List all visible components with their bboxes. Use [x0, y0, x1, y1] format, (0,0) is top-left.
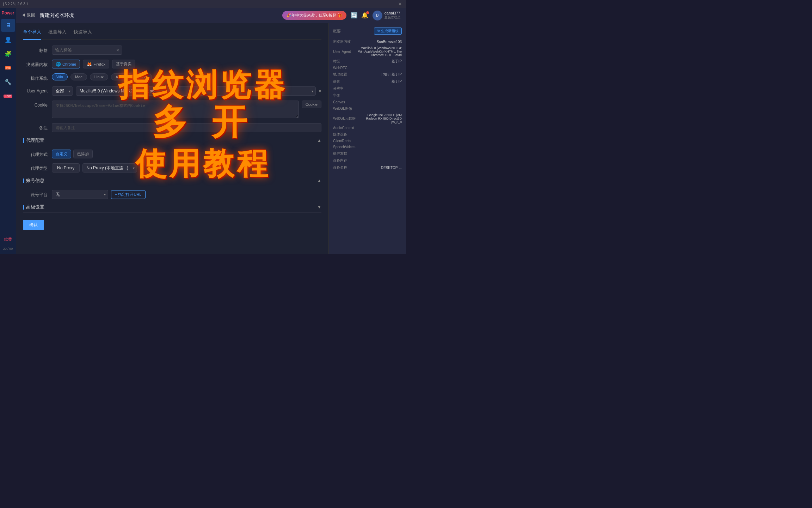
right-row-webrtc: WebRTC [333, 66, 402, 70]
cookie-label: Cookie [23, 101, 48, 108]
user-info: dahai377 超级管理员 [385, 11, 400, 20]
right-key-font: 字体 [333, 93, 356, 98]
tag-controls: × [52, 46, 321, 55]
right-val-language: 基于IP [356, 79, 402, 84]
sidebar-item-extension[interactable]: 🧩 [1, 47, 15, 60]
os-android[interactable]: Android [111, 73, 134, 80]
proxy-collapse-btn[interactable]: ▲ [317, 138, 321, 143]
sidebar-item-pro[interactable]: Pro [1, 61, 15, 74]
sync-icon[interactable]: 🔄 [351, 12, 358, 19]
tag-row: 标签 × [23, 46, 321, 55]
sidebar-logo: Power [1, 11, 14, 16]
ua-type-select-wrapper: 全部 [52, 86, 73, 96]
kernel-real[interactable]: 基于真实 [112, 60, 135, 68]
proxy-type-select[interactable]: No Proxy (本地直连...) [82, 163, 137, 173]
sidebar-item-tools[interactable]: 🔧 [1, 75, 15, 88]
tag-clear-icon[interactable]: × [116, 47, 119, 53]
right-val-location: [询问] 基于IP [356, 72, 402, 77]
kernel-options: 🌐 Chrome 🦊 Firefox 基于真实 [52, 60, 135, 68]
tab-single-import[interactable]: 单个导入 [23, 29, 41, 40]
proxy-saved-btn[interactable]: 已添加 [73, 150, 93, 158]
left-form-panel: 单个导入 批量导入 快速导入 标签 × 浏览器内核 [16, 23, 328, 254]
right-row-kernel: 浏览器内核 SunBrowser103 [333, 39, 402, 44]
cookie-row-inner: Cookie [52, 101, 321, 118]
right-key-media: 媒体设备 [333, 132, 356, 137]
os-options: Win Mac Linux Android iOS [52, 73, 152, 80]
os-controls: Win Mac Linux Android iOS [52, 73, 321, 80]
notes-controls [52, 123, 321, 132]
app-header: ◀ 返回 新建浏览器环境 🎉年中大促来袭，低至6折起 🎁 🔄 🔔 D dahai… [16, 8, 406, 23]
ua-clear-icon[interactable]: × [319, 88, 321, 94]
kernel-chrome[interactable]: 🌐 Chrome [52, 60, 80, 68]
right-key-location: 地理位置 [333, 72, 356, 77]
right-key-canvas: Canvas [333, 100, 356, 104]
sidebar-item-browser[interactable]: 🖥 [1, 19, 15, 32]
username: dahai377 [385, 11, 400, 15]
url-button[interactable]: + 指定打开URL [111, 190, 146, 199]
account-collapse-btn[interactable]: ▲ [317, 178, 321, 183]
advanced-section-title: 高级设置 [23, 204, 44, 210]
sidebar-item-account[interactable]: 👤 [1, 33, 15, 46]
right-key-kernel: 浏览器内核 [333, 39, 356, 44]
header-right: 🎉年中大促来袭，低至6折起 🎁 🔄 🔔 D dahai377 超级管理员 [282, 11, 400, 20]
right-panel-title: 概要 ↻ 生成新指纹 [333, 28, 402, 36]
notes-input[interactable] [52, 123, 321, 132]
right-key-hw: 硬件发数 [333, 151, 356, 156]
tab-quick-import[interactable]: 快速导入 [74, 29, 92, 37]
header-icons: 🔄 🔔 [351, 12, 368, 19]
tag-input[interactable] [55, 48, 115, 53]
os-linux[interactable]: Linux [90, 73, 108, 80]
right-val-kernel: SunBrowser103 [356, 40, 402, 44]
user-avatar-area[interactable]: D dahai377 超级管理员 [373, 11, 400, 20]
right-row-device: 设备名称 DESKTOP-... [333, 165, 402, 170]
account-section-title: 账号信息 [23, 177, 44, 184]
kernel-firefox-label: Firefox [93, 62, 105, 66]
ua-value-select[interactable]: Mozilla/5.0 (Windows NT 6.3; Win64; x6..… [76, 86, 316, 96]
submit-button[interactable]: 确认 [23, 220, 44, 230]
advanced-collapse-btn[interactable]: ▼ [317, 205, 321, 210]
right-row-canvas: Canvas [333, 100, 402, 104]
proxy-method-controls: 自定义 已添加 [52, 150, 321, 158]
right-key-webgl-meta: WebGL元数据 [333, 116, 356, 121]
app-version: | 5.2.28 | 2.6.3.1 [3, 2, 28, 6]
sidebar-item-renew[interactable]: 续费 [1, 233, 15, 246]
right-val-timezone: 基于IP [356, 59, 402, 64]
os-ios[interactable]: iOS [136, 73, 152, 80]
tag-input-wrapper: × [52, 46, 122, 55]
right-key-ua: User-Agent [333, 50, 356, 54]
platform-select[interactable]: 无 [52, 190, 108, 199]
proxy-method-row: 代理方式 自定义 已添加 [23, 150, 321, 158]
back-button[interactable]: ◀ 返回 [21, 12, 35, 18]
right-row-media: 媒体设备 [333, 132, 402, 137]
right-row-ua: User-Agent Mozilla/5.0 (Windows NT 6.3; … [333, 46, 402, 57]
ua-value-select-wrapper: Mozilla/5.0 (Windows NT 6.3; Win64; x6..… [76, 86, 316, 96]
ua-type-select[interactable]: 全部 [52, 86, 73, 96]
platform-row: 账号平台 无 + 指定打开URL [23, 190, 321, 199]
platform-controls: 无 + 指定打开URL [52, 190, 321, 199]
sidebar-item-new[interactable]: NEW! [1, 90, 15, 102]
kernel-firefox[interactable]: 🦊 Firefox [83, 60, 109, 68]
right-key-resolution: 分辨率 [333, 86, 356, 91]
notification-dot [366, 11, 369, 14]
proxy-section-title: 代理配置 [23, 137, 44, 144]
proxy-custom-btn[interactable]: 自定义 [52, 150, 71, 158]
promo-banner[interactable]: 🎉年中大促来袭，低至6折起 🎁 [282, 11, 346, 20]
ua-controls: 全部 Mozilla/5.0 (Windows NT 6.3; Win64; x… [52, 86, 321, 96]
sidebar-bottom: 续费 20 / 50 [1, 233, 15, 254]
proxy-type-select-wrapper: No Proxy (本地直连...) [82, 163, 137, 173]
tag-label: 标签 [23, 46, 48, 54]
os-mac[interactable]: Mac [70, 73, 87, 80]
right-key-audio: AudioContext [333, 126, 356, 130]
cookie-button[interactable]: Cookie [302, 101, 321, 108]
close-button[interactable]: ✕ [398, 1, 402, 6]
right-val-device: DESKTOP-... [356, 166, 402, 170]
right-row-language: 语言 基于IP [333, 79, 402, 84]
tab-batch-import[interactable]: 批量导入 [48, 29, 67, 37]
right-key-webgl-img: WebGL图像 [333, 106, 356, 111]
notes-label: 备注 [23, 123, 48, 131]
cookie-textarea[interactable] [52, 101, 299, 118]
advanced-section: 高级设置 ▼ 确认 [23, 204, 321, 234]
os-win[interactable]: Win [52, 73, 68, 80]
generate-fingerprint-button[interactable]: ↻ 生成新指纹 [374, 28, 402, 35]
page-title: 新建浏览器环境 [39, 12, 74, 19]
